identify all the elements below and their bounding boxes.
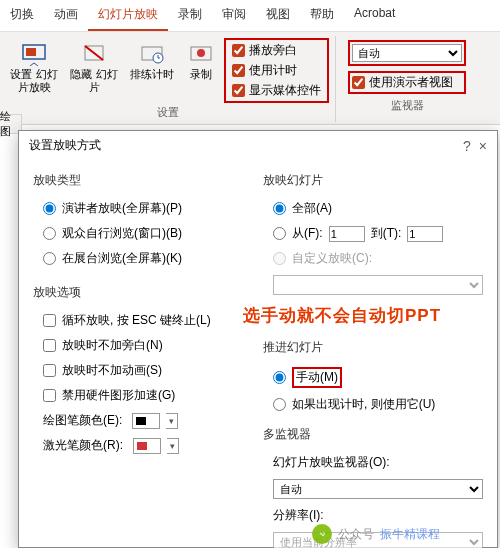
pen-color-swatch[interactable] [132, 413, 160, 429]
advance-manual-radio[interactable]: 手动(M) [263, 366, 483, 389]
record-icon [186, 40, 216, 68]
ribbon-group-monitor: 自动 使用演示者视图 监视器 [336, 36, 478, 122]
tab-review[interactable]: 审阅 [212, 0, 256, 31]
show-type-presenter-radio[interactable]: 演讲者放映(全屏幕)(P) [33, 199, 253, 218]
advance-heading: 推进幻灯片 [263, 339, 483, 356]
dialog-titlebar: 设置放映方式 ? × [19, 131, 497, 160]
show-type-kiosk-radio[interactable]: 在展台浏览(全屏幕)(K) [33, 249, 253, 268]
advance-timing-radio[interactable]: 如果出现计时, 则使用它(U) [263, 395, 483, 414]
annotation-callout: 选手动就不会自动切PPT [243, 304, 463, 327]
tab-view[interactable]: 视图 [256, 0, 300, 31]
hide-slide-button[interactable]: 隐藏 幻灯片 [66, 38, 122, 96]
svg-rect-1 [26, 48, 36, 56]
dialog-right-column: 放映幻灯片 全部(A) 从(F): 到(T): 自定义放映(C): 选手动就不会… [263, 168, 483, 548]
show-slides-heading: 放映幻灯片 [263, 172, 483, 189]
pen-color-row: 绘图笔颜色(E): ▾ [33, 411, 253, 430]
record-button[interactable]: 录制 [182, 38, 220, 83]
monitor-label: 幻灯片放映监视器(O): [263, 453, 483, 472]
dialog-body: 放映类型 演讲者放映(全屏幕)(P) 观众自行浏览(窗口)(B) 在展台浏览(全… [19, 160, 497, 548]
pen-color-dropdown[interactable]: ▾ [166, 413, 178, 429]
slides-all-radio[interactable]: 全部(A) [263, 199, 483, 218]
svg-line-3 [85, 46, 103, 60]
dialog-monitor-select[interactable]: 自动 [273, 479, 483, 499]
manual-highlight: 手动(M) [292, 367, 342, 388]
watermark: ༄ 公众号 振牛精课程 [312, 524, 440, 544]
resolution-label: 分辨率(I): [263, 506, 483, 525]
laser-color-dropdown[interactable]: ▾ [167, 438, 179, 454]
play-narration-checkbox[interactable]: 播放旁白 [232, 42, 321, 59]
wechat-icon: ༄ [312, 524, 332, 544]
ribbon-tabs: 切换 动画 幻灯片放映 录制 审阅 视图 帮助 Acrobat [0, 0, 500, 32]
slides-range-row: 从(F): 到(T): [263, 224, 483, 243]
setup-slideshow-label: 设置 幻灯片放映 [10, 68, 58, 94]
show-options-heading: 放映选项 [33, 284, 253, 301]
tab-record[interactable]: 录制 [168, 0, 212, 31]
dialog-title: 设置放映方式 [29, 137, 101, 154]
setup-show-dialog: 设置放映方式 ? × 放映类型 演讲者放映(全屏幕)(P) 观众自行浏览(窗口)… [18, 130, 498, 548]
loop-checkbox[interactable]: 循环放映, 按 ESC 键终止(L) [33, 311, 253, 330]
dialog-close-button[interactable]: × [479, 138, 487, 154]
use-timings-checkbox[interactable]: 使用计时 [232, 62, 321, 79]
setup-slideshow-icon [19, 40, 49, 68]
disable-hw-checkbox[interactable]: 禁用硬件图形加速(G) [33, 386, 253, 405]
hide-slide-label: 隐藏 幻灯片 [70, 68, 118, 94]
laser-color-swatch[interactable] [133, 438, 161, 454]
dialog-left-column: 放映类型 演讲者放映(全屏幕)(P) 观众自行浏览(窗口)(B) 在展台浏览(全… [33, 168, 253, 548]
ribbon-group-monitor-label: 监视器 [391, 98, 424, 113]
ribbon-group-setup-label: 设置 [157, 105, 179, 120]
slides-custom-radio[interactable]: 自定义放映(C): [263, 249, 483, 268]
hide-slide-icon [79, 40, 109, 68]
ribbon-group-setup: 设置 幻灯片放映 隐藏 幻灯片 排练计时 录制 播放旁白 使用计时 [0, 36, 336, 122]
rehearse-button[interactable]: 排练计时 [126, 38, 178, 83]
custom-show-select [273, 275, 483, 295]
ribbon-body: 设置 幻灯片放映 隐藏 幻灯片 排练计时 录制 播放旁白 使用计时 [0, 32, 500, 124]
no-animation-checkbox[interactable]: 放映时不加动画(S) [33, 361, 253, 380]
dialog-help-button[interactable]: ? [463, 138, 471, 154]
monitor-select-highlight: 自动 [348, 40, 466, 66]
show-type-heading: 放映类型 [33, 172, 253, 189]
laser-color-row: 激光笔颜色(R): ▾ [33, 436, 253, 455]
tab-slideshow[interactable]: 幻灯片放映 [88, 0, 168, 31]
tab-help[interactable]: 帮助 [300, 0, 344, 31]
tab-animations[interactable]: 动画 [44, 0, 88, 31]
tab-transitions[interactable]: 切换 [0, 0, 44, 31]
play-options-highlight: 播放旁白 使用计时 显示媒体控件 [224, 38, 329, 103]
watermark-name: 振牛精课程 [380, 526, 440, 543]
no-narration-checkbox[interactable]: 放映时不加旁白(N) [33, 336, 253, 355]
ribbon: 切换 动画 幻灯片放映 录制 审阅 视图 帮助 Acrobat 设置 幻灯片放映… [0, 0, 500, 125]
to-input[interactable] [407, 226, 443, 242]
rehearse-label: 排练计时 [130, 68, 174, 81]
svg-point-7 [197, 49, 205, 57]
record-label: 录制 [190, 68, 212, 81]
rehearse-icon [137, 40, 167, 68]
slides-range-radio[interactable] [273, 227, 286, 240]
multi-monitor-heading: 多监视器 [263, 426, 483, 443]
monitor-select[interactable]: 自动 [352, 44, 462, 62]
tab-acrobat[interactable]: Acrobat [344, 0, 405, 31]
watermark-prefix: 公众号 [338, 526, 374, 543]
show-media-controls-checkbox[interactable]: 显示媒体控件 [232, 82, 321, 99]
presenter-view-checkbox[interactable]: 使用演示者视图 [352, 74, 462, 91]
setup-slideshow-button[interactable]: 设置 幻灯片放映 [6, 38, 62, 96]
from-input[interactable] [329, 226, 365, 242]
presenter-view-highlight: 使用演示者视图 [348, 71, 466, 94]
show-type-individual-radio[interactable]: 观众自行浏览(窗口)(B) [33, 224, 253, 243]
